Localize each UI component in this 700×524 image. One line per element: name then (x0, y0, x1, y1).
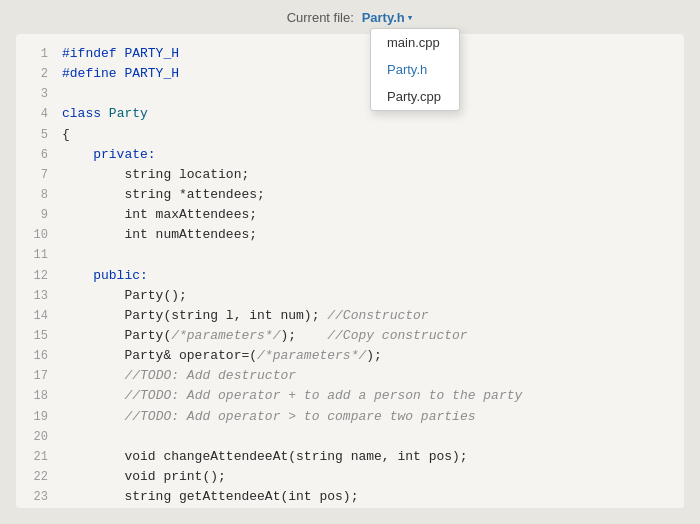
dropdown-item-party-cpp[interactable]: Party.cpp (371, 83, 459, 110)
code-line-24: 24 int getMaxAttendees() const; (16, 507, 684, 508)
code-line-9: 9 int maxAttendees; (16, 205, 684, 225)
code-line-4: 4 class Party (16, 104, 684, 124)
code-line-5: 5 { (16, 125, 684, 145)
code-line-11: 11 (16, 245, 684, 265)
current-file-label: Current file: (287, 10, 354, 25)
code-line-3: 3 (16, 84, 684, 104)
code-line-13: 13 Party(); (16, 286, 684, 306)
code-line-15: 15 Party(/*parameters*/); //Copy constru… (16, 326, 684, 346)
file-dropdown-menu: main.cpp Party.h Party.cpp (370, 28, 460, 111)
code-line-20: 20 (16, 427, 684, 447)
code-line-1: 1 #ifndef PARTY_H (16, 44, 684, 64)
top-bar: Current file: Party.h ▾ main.cpp Party.h… (0, 0, 700, 34)
code-line-19: 19 //TODO: Add operator > to compare two… (16, 407, 684, 427)
code-line-14: 14 Party(string l, int num); //Construct… (16, 306, 684, 326)
code-line-22: 22 void print(); (16, 467, 684, 487)
code-line-6: 6 private: (16, 145, 684, 165)
code-line-16: 16 Party& operator=(/*parameters*/); (16, 346, 684, 366)
code-line-7: 7 string location; (16, 165, 684, 185)
dropdown-item-main-cpp[interactable]: main.cpp (371, 29, 459, 56)
current-file-dropdown-trigger[interactable]: Party.h (362, 10, 405, 25)
code-editor: 1 #ifndef PARTY_H 2 #define PARTY_H 3 4 … (16, 34, 684, 508)
code-line-18: 18 //TODO: Add operator + to add a perso… (16, 386, 684, 406)
code-line-10: 10 int numAttendees; (16, 225, 684, 245)
dropdown-arrow-icon[interactable]: ▾ (407, 11, 414, 24)
dropdown-item-party-h[interactable]: Party.h (371, 56, 459, 83)
code-line-21: 21 void changeAttendeeAt(string name, in… (16, 447, 684, 467)
code-line-23: 23 string getAttendeeAt(int pos); (16, 487, 684, 507)
code-line-17: 17 //TODO: Add destructor (16, 366, 684, 386)
code-line-12: 12 public: (16, 266, 684, 286)
code-line-8: 8 string *attendees; (16, 185, 684, 205)
code-line-2: 2 #define PARTY_H (16, 64, 684, 84)
